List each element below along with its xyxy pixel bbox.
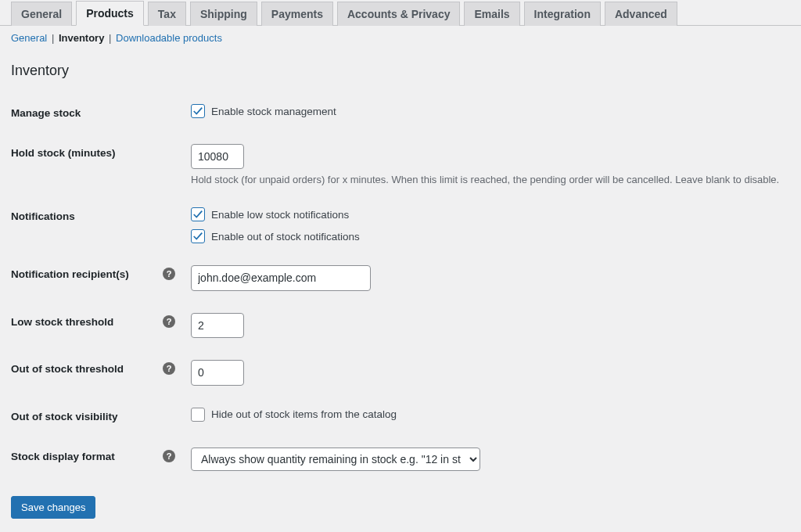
label-out-threshold: Out of stock threshold ? [11, 349, 191, 396]
label-out-visibility: Out of stock visibility [11, 397, 191, 437]
label-notifications: Notifications [11, 196, 191, 254]
label-recipients: Notification recipient(s) ? [11, 254, 191, 301]
subnav-downloadable[interactable]: Downloadable products [116, 32, 222, 44]
input-notification-recipients[interactable] [191, 265, 371, 290]
checkbox-low-stock-notify[interactable] [191, 207, 205, 221]
tab-shipping[interactable]: Shipping [190, 2, 257, 26]
label-hold-stock: Hold stock (minutes) [11, 133, 191, 196]
checkbox-out-of-stock-notify[interactable] [191, 229, 205, 243]
check-icon [192, 231, 203, 242]
tab-advanced[interactable]: Advanced [605, 2, 677, 26]
tab-general[interactable]: General [11, 2, 72, 26]
label-hide-out-of-stock[interactable]: Hide out of stock items from the catalog [211, 408, 397, 420]
tab-emails[interactable]: Emails [464, 2, 519, 26]
sub-nav: General | Inventory | Downloadable produ… [11, 32, 801, 44]
help-icon[interactable]: ? [163, 450, 175, 462]
subnav-inventory[interactable]: Inventory [59, 32, 105, 44]
tab-integration[interactable]: Integration [524, 2, 601, 26]
label-low-threshold: Low stock threshold ? [11, 302, 191, 349]
help-icon[interactable]: ? [163, 268, 175, 280]
checkbox-hide-out-of-stock[interactable] [191, 408, 205, 422]
label-enable-stock-management[interactable]: Enable stock management [211, 106, 336, 117]
subnav-general[interactable]: General [11, 32, 47, 44]
label-out-of-stock-notify[interactable]: Enable out of stock notifications [211, 231, 360, 243]
help-icon[interactable]: ? [163, 362, 175, 375]
save-changes-button[interactable]: Save changes [11, 496, 95, 519]
select-stock-display-format[interactable]: Always show quantity remaining in stock … [191, 448, 480, 471]
tab-accounts-privacy[interactable]: Accounts & Privacy [337, 2, 461, 26]
checkbox-enable-stock-management[interactable] [191, 104, 205, 118]
check-icon [192, 106, 203, 117]
input-hold-stock-minutes[interactable] [191, 144, 244, 169]
settings-tabs: General Products Tax Shipping Payments A… [0, 0, 801, 26]
input-low-stock-threshold[interactable] [191, 313, 244, 338]
label-manage-stock: Manage stock [11, 93, 191, 133]
tab-products[interactable]: Products [76, 1, 144, 26]
input-out-of-stock-threshold[interactable] [191, 360, 244, 385]
tab-tax[interactable]: Tax [148, 2, 186, 26]
help-icon[interactable]: ? [163, 315, 175, 328]
page-title: Inventory [11, 63, 790, 79]
label-low-stock-notify[interactable]: Enable low stock notifications [211, 209, 349, 221]
help-text-hold-stock: Hold stock (for unpaid orders) for x min… [191, 174, 790, 185]
label-display-format: Stock display format ? [11, 437, 191, 482]
check-icon [192, 209, 203, 220]
tab-payments[interactable]: Payments [261, 2, 333, 26]
